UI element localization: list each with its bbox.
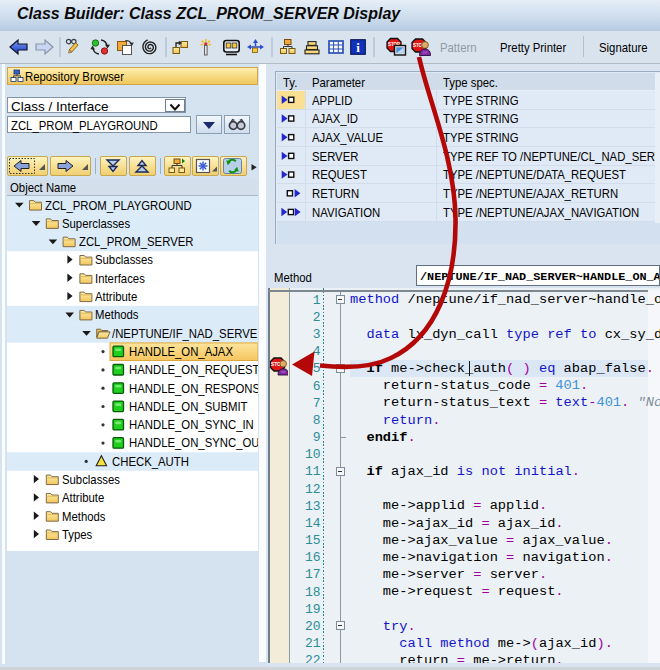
svg-text:i: i	[356, 40, 360, 55]
